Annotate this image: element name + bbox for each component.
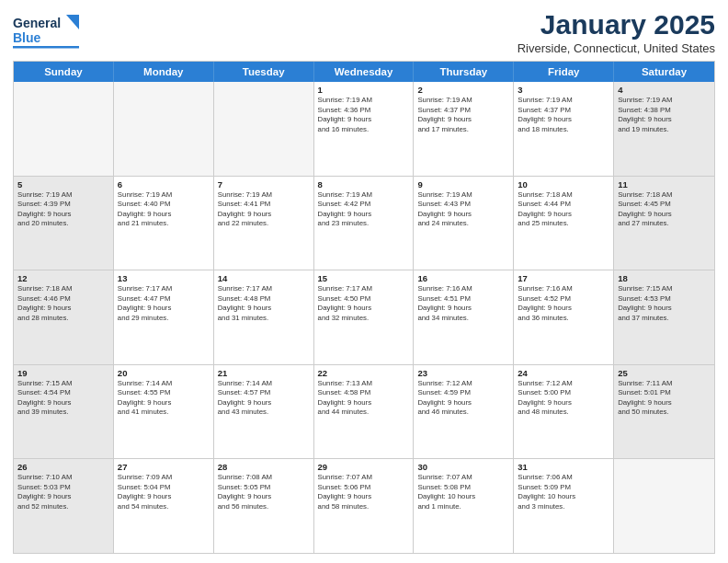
day-number: 11 — [618, 179, 711, 190]
calendar-day-cell: 30Sunrise: 7:07 AM Sunset: 5:08 PM Dayli… — [414, 459, 514, 553]
day-number: 5 — [17, 179, 109, 190]
calendar-day-cell: 24Sunrise: 7:12 AM Sunset: 5:00 PM Dayli… — [514, 365, 614, 459]
location: Riverside, Connecticut, United States — [518, 41, 715, 55]
calendar-day-cell: 6Sunrise: 7:19 AM Sunset: 4:40 PM Daylig… — [114, 177, 214, 270]
calendar-day-cell: 10Sunrise: 7:18 AM Sunset: 4:44 PM Dayli… — [514, 177, 614, 270]
day-info: Sunrise: 7:14 AM Sunset: 4:57 PM Dayligh… — [218, 379, 310, 418]
day-info: Sunrise: 7:16 AM Sunset: 4:51 PM Dayligh… — [417, 284, 509, 323]
calendar-day-cell: 8Sunrise: 7:19 AM Sunset: 4:42 PM Daylig… — [314, 177, 415, 270]
day-number: 8 — [318, 179, 410, 190]
calendar-day-cell: 1Sunrise: 7:19 AM Sunset: 4:36 PM Daylig… — [314, 82, 415, 176]
day-info: Sunrise: 7:15 AM Sunset: 4:54 PM Dayligh… — [17, 379, 109, 418]
calendar-day-cell: 2Sunrise: 7:19 AM Sunset: 4:37 PM Daylig… — [414, 82, 514, 176]
day-info: Sunrise: 7:12 AM Sunset: 4:59 PM Dayligh… — [417, 379, 509, 418]
calendar-day-cell — [14, 82, 114, 176]
svg-text:General: General — [13, 16, 61, 30]
day-info: Sunrise: 7:19 AM Sunset: 4:40 PM Dayligh… — [118, 190, 210, 229]
weekday-header: Monday — [114, 62, 214, 82]
calendar: SundayMondayTuesdayWednesdayThursdayFrid… — [13, 61, 715, 554]
day-number: 7 — [218, 179, 310, 190]
calendar-week-row: 12Sunrise: 7:18 AM Sunset: 4:46 PM Dayli… — [14, 270, 714, 365]
day-info: Sunrise: 7:16 AM Sunset: 4:52 PM Dayligh… — [518, 284, 609, 323]
day-number: 13 — [118, 273, 210, 283]
calendar-day-cell: 19Sunrise: 7:15 AM Sunset: 4:54 PM Dayli… — [14, 365, 114, 459]
weekday-header: Tuesday — [214, 62, 314, 82]
day-number: 20 — [118, 368, 210, 378]
day-number: 15 — [318, 273, 410, 283]
day-info: Sunrise: 7:15 AM Sunset: 4:53 PM Dayligh… — [618, 284, 711, 323]
calendar-day-cell: 14Sunrise: 7:17 AM Sunset: 4:48 PM Dayli… — [214, 270, 314, 364]
calendar-day-cell: 25Sunrise: 7:11 AM Sunset: 5:01 PM Dayli… — [614, 365, 714, 459]
day-number: 10 — [518, 179, 609, 190]
calendar-day-cell: 20Sunrise: 7:14 AM Sunset: 4:55 PM Dayli… — [114, 365, 214, 459]
calendar-body: 1Sunrise: 7:19 AM Sunset: 4:36 PM Daylig… — [14, 82, 714, 553]
calendar-day-cell: 11Sunrise: 7:18 AM Sunset: 4:45 PM Dayli… — [614, 177, 714, 270]
day-number: 19 — [17, 368, 109, 378]
day-info: Sunrise: 7:14 AM Sunset: 4:55 PM Dayligh… — [118, 379, 210, 418]
calendar-day-cell: 17Sunrise: 7:16 AM Sunset: 4:52 PM Dayli… — [514, 270, 614, 364]
svg-marker-1 — [66, 15, 79, 29]
day-number: 2 — [417, 85, 509, 95]
svg-rect-3 — [13, 46, 79, 49]
day-info: Sunrise: 7:17 AM Sunset: 4:48 PM Dayligh… — [218, 284, 310, 323]
calendar-day-cell: 12Sunrise: 7:18 AM Sunset: 4:46 PM Dayli… — [14, 270, 114, 364]
day-number: 30 — [417, 462, 509, 472]
day-info: Sunrise: 7:18 AM Sunset: 4:46 PM Dayligh… — [17, 284, 109, 323]
day-info: Sunrise: 7:19 AM Sunset: 4:39 PM Dayligh… — [17, 190, 109, 229]
day-number: 12 — [17, 273, 109, 283]
calendar-day-cell: 4Sunrise: 7:19 AM Sunset: 4:38 PM Daylig… — [614, 82, 714, 176]
weekday-header: Wednesday — [314, 62, 415, 82]
day-number: 24 — [518, 368, 609, 378]
calendar-day-cell: 13Sunrise: 7:17 AM Sunset: 4:47 PM Dayli… — [114, 270, 214, 364]
day-number: 4 — [618, 85, 711, 95]
day-number: 21 — [218, 368, 310, 378]
day-info: Sunrise: 7:07 AM Sunset: 5:06 PM Dayligh… — [318, 473, 410, 511]
day-info: Sunrise: 7:17 AM Sunset: 4:47 PM Dayligh… — [118, 284, 210, 323]
day-info: Sunrise: 7:19 AM Sunset: 4:41 PM Dayligh… — [218, 190, 310, 229]
calendar-day-cell — [214, 82, 314, 176]
calendar-week-row: 26Sunrise: 7:10 AM Sunset: 5:03 PM Dayli… — [14, 459, 714, 553]
day-number: 9 — [417, 179, 509, 190]
calendar-day-cell: 5Sunrise: 7:19 AM Sunset: 4:39 PM Daylig… — [14, 177, 114, 270]
day-number: 1 — [318, 85, 410, 95]
day-info: Sunrise: 7:06 AM Sunset: 5:09 PM Dayligh… — [518, 473, 609, 511]
day-info: Sunrise: 7:12 AM Sunset: 5:00 PM Dayligh… — [518, 379, 609, 418]
month-title: January 2025 — [518, 9, 715, 40]
day-info: Sunrise: 7:19 AM Sunset: 4:42 PM Dayligh… — [318, 190, 410, 229]
calendar-day-cell: 28Sunrise: 7:08 AM Sunset: 5:05 PM Dayli… — [214, 459, 314, 553]
day-info: Sunrise: 7:09 AM Sunset: 5:04 PM Dayligh… — [118, 473, 210, 511]
day-info: Sunrise: 7:19 AM Sunset: 4:43 PM Dayligh… — [417, 190, 509, 229]
day-number: 28 — [218, 462, 310, 472]
title-area: January 2025 Riverside, Connecticut, Uni… — [518, 9, 715, 55]
day-number: 3 — [518, 85, 609, 95]
calendar-week-row: 5Sunrise: 7:19 AM Sunset: 4:39 PM Daylig… — [14, 177, 714, 271]
calendar-day-cell — [614, 459, 714, 553]
page: General Blue January 2025 Riverside, Con… — [0, 0, 728, 563]
calendar-day-cell: 29Sunrise: 7:07 AM Sunset: 5:06 PM Dayli… — [314, 459, 415, 553]
calendar-week-row: 1Sunrise: 7:19 AM Sunset: 4:36 PM Daylig… — [14, 82, 714, 177]
day-info: Sunrise: 7:11 AM Sunset: 5:01 PM Dayligh… — [618, 379, 711, 418]
day-info: Sunrise: 7:17 AM Sunset: 4:50 PM Dayligh… — [318, 284, 410, 323]
day-number: 26 — [17, 462, 109, 472]
weekday-header: Sunday — [14, 62, 114, 82]
calendar-week-row: 19Sunrise: 7:15 AM Sunset: 4:54 PM Dayli… — [14, 365, 714, 460]
calendar-header: SundayMondayTuesdayWednesdayThursdayFrid… — [14, 62, 714, 82]
day-info: Sunrise: 7:18 AM Sunset: 4:45 PM Dayligh… — [618, 190, 711, 229]
calendar-day-cell — [114, 82, 214, 176]
weekday-header: Thursday — [414, 62, 514, 82]
calendar-day-cell: 27Sunrise: 7:09 AM Sunset: 5:04 PM Dayli… — [114, 459, 214, 553]
day-info: Sunrise: 7:19 AM Sunset: 4:37 PM Dayligh… — [518, 96, 609, 134]
day-number: 25 — [618, 368, 711, 378]
day-info: Sunrise: 7:18 AM Sunset: 4:44 PM Dayligh… — [518, 190, 609, 229]
day-number: 22 — [318, 368, 410, 378]
day-number: 18 — [618, 273, 711, 283]
day-number: 6 — [118, 179, 210, 190]
calendar-day-cell: 18Sunrise: 7:15 AM Sunset: 4:53 PM Dayli… — [614, 270, 714, 364]
calendar-day-cell: 15Sunrise: 7:17 AM Sunset: 4:50 PM Dayli… — [314, 270, 415, 364]
calendar-day-cell: 16Sunrise: 7:16 AM Sunset: 4:51 PM Dayli… — [414, 270, 514, 364]
day-number: 23 — [417, 368, 509, 378]
calendar-day-cell: 9Sunrise: 7:19 AM Sunset: 4:43 PM Daylig… — [414, 177, 514, 270]
day-info: Sunrise: 7:19 AM Sunset: 4:36 PM Dayligh… — [318, 96, 410, 134]
calendar-day-cell: 31Sunrise: 7:06 AM Sunset: 5:09 PM Dayli… — [514, 459, 614, 553]
weekday-header: Saturday — [614, 62, 714, 82]
